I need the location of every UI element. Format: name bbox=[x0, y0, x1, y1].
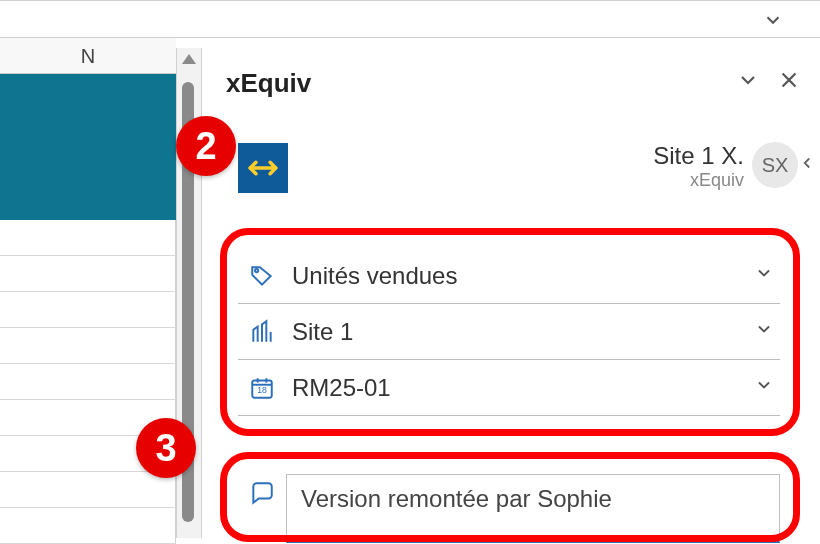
site-subtitle: xEquiv bbox=[653, 170, 744, 191]
table-row[interactable] bbox=[0, 256, 176, 292]
annotation-badge-3: 3 bbox=[136, 418, 196, 478]
svg-point-2 bbox=[255, 268, 258, 271]
site-label: Site 1 X. xEquiv bbox=[653, 142, 744, 191]
field-label: Unités vendues bbox=[286, 262, 754, 290]
panel-title: xEquiv bbox=[226, 68, 796, 99]
calendar-icon: 18 bbox=[238, 375, 286, 401]
panel-close-button[interactable] bbox=[778, 69, 800, 97]
scroll-up-icon[interactable] bbox=[182, 54, 196, 64]
table-row[interactable] bbox=[0, 364, 176, 400]
chevron-down-icon[interactable] bbox=[762, 9, 784, 37]
field-label: Site 1 bbox=[286, 318, 754, 346]
table-row[interactable] bbox=[0, 220, 176, 256]
chevron-down-icon[interactable] bbox=[754, 319, 780, 345]
comment-input[interactable]: Version remontée par Sophie bbox=[286, 474, 780, 543]
selected-cells-block[interactable] bbox=[0, 74, 176, 220]
column-header[interactable]: N bbox=[0, 38, 176, 74]
field-list: Unités vendues Site 1 18 RM25-01 bbox=[238, 248, 780, 416]
side-panel: xEquiv Site 1 X. xEquiv SX bbox=[202, 38, 820, 544]
table-row[interactable] bbox=[0, 328, 176, 364]
top-bar bbox=[0, 0, 820, 38]
svg-text:18: 18 bbox=[257, 385, 267, 395]
chevron-down-icon[interactable] bbox=[754, 375, 780, 401]
comment-area: Version remontée par Sophie bbox=[238, 474, 780, 543]
panel-collapse-button[interactable] bbox=[736, 68, 760, 98]
chevron-left-icon[interactable] bbox=[798, 152, 816, 180]
field-row-period[interactable]: 18 RM25-01 bbox=[238, 360, 780, 416]
tag-icon bbox=[238, 263, 286, 289]
table-row[interactable] bbox=[0, 292, 176, 328]
row-grid bbox=[0, 220, 176, 544]
panel-context-row: Site 1 X. xEquiv SX bbox=[238, 136, 798, 200]
table-row[interactable] bbox=[0, 472, 176, 508]
field-row-metric[interactable]: Unités vendues bbox=[238, 248, 780, 304]
panel-header: xEquiv bbox=[202, 68, 820, 107]
annotation-badge-2: 2 bbox=[176, 116, 236, 176]
building-icon bbox=[238, 319, 286, 345]
table-row[interactable] bbox=[0, 508, 176, 544]
swap-button[interactable] bbox=[238, 143, 288, 193]
chevron-down-icon[interactable] bbox=[754, 263, 780, 289]
comment-icon bbox=[238, 474, 286, 506]
field-label: RM25-01 bbox=[286, 374, 754, 402]
field-row-site[interactable]: Site 1 bbox=[238, 304, 780, 360]
avatar[interactable]: SX bbox=[752, 142, 798, 188]
site-name: Site 1 X. bbox=[653, 142, 744, 170]
avatar-initials: SX bbox=[762, 154, 789, 177]
